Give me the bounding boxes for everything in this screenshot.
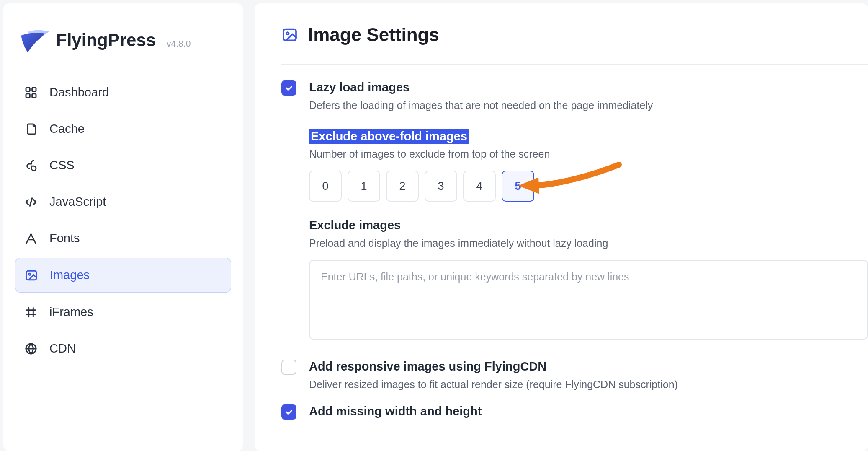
responsive-images-checkbox[interactable] bbox=[281, 360, 296, 375]
exclude-count-group: 0 1 2 3 4 5 bbox=[309, 171, 868, 202]
sidebar-item-images[interactable]: Images bbox=[15, 258, 231, 293]
exclude-count-3[interactable]: 3 bbox=[425, 171, 457, 202]
images-icon bbox=[25, 269, 38, 282]
exclude-images-desc: Preload and display the images immediate… bbox=[309, 236, 868, 251]
image-settings-icon bbox=[281, 26, 298, 43]
sidebar-item-javascript[interactable]: JavaScript bbox=[15, 185, 231, 219]
flyingpress-logo-icon bbox=[19, 25, 49, 55]
cache-icon bbox=[24, 122, 38, 136]
setting-missing-wh: Add missing width and height bbox=[281, 404, 868, 420]
sidebar-item-css[interactable]: CSS bbox=[15, 148, 231, 182]
sidebar-nav: Dashboard Cache CSS bbox=[15, 75, 231, 365]
exclude-above-fold-title: Exclude above-fold images bbox=[309, 129, 469, 145]
responsive-images-title: Add responsive images using FlyingCDN bbox=[309, 359, 868, 375]
svg-rect-0 bbox=[26, 88, 30, 91]
setting-responsive-images: Add responsive images using FlyingCDN De… bbox=[281, 359, 868, 392]
missing-wh-checkbox[interactable] bbox=[281, 404, 296, 420]
dashboard-icon bbox=[24, 86, 38, 99]
exclude-above-fold-desc: Number of images to exclude from top of … bbox=[309, 147, 868, 161]
sidebar-item-label: iFrames bbox=[49, 305, 93, 319]
brand-version: v4.8.0 bbox=[167, 39, 191, 49]
sidebar-item-fonts[interactable]: Fonts bbox=[15, 221, 231, 255]
sidebar-item-iframes[interactable]: iFrames bbox=[15, 295, 231, 329]
sidebar-item-label: JavaScript bbox=[49, 195, 106, 209]
sidebar-item-dashboard[interactable]: Dashboard bbox=[15, 75, 231, 109]
page-title: Image Settings bbox=[308, 24, 439, 45]
sidebar-item-label: CDN bbox=[49, 342, 76, 355]
exclude-count-4[interactable]: 4 bbox=[463, 171, 496, 202]
svg-rect-3 bbox=[32, 93, 36, 97]
sidebar-item-label: CSS bbox=[49, 158, 75, 172]
page-header: Image Settings bbox=[281, 24, 868, 65]
fonts-icon bbox=[24, 232, 38, 245]
exclude-images-block: Exclude images Preload and display the i… bbox=[309, 218, 868, 341]
iframes-icon bbox=[24, 306, 38, 319]
css-icon bbox=[24, 159, 38, 172]
brand-name: FlyingPress bbox=[56, 30, 156, 50]
exclude-count-5[interactable]: 5 bbox=[502, 171, 534, 202]
sidebar-item-cache[interactable]: Cache bbox=[15, 112, 231, 146]
missing-wh-title: Add missing width and height bbox=[309, 404, 868, 420]
cdn-icon bbox=[24, 342, 38, 355]
brand: FlyingPress v4.8.0 bbox=[15, 16, 231, 75]
exclude-count-0[interactable]: 0 bbox=[309, 171, 342, 202]
lazy-load-desc: Defers the loading of images that are no… bbox=[309, 98, 868, 113]
exclude-count-2[interactable]: 2 bbox=[386, 171, 419, 202]
exclude-images-title: Exclude images bbox=[309, 218, 401, 233]
sidebar-item-label: Images bbox=[50, 268, 90, 282]
lazy-load-checkbox[interactable] bbox=[281, 80, 296, 96]
sidebar-item-cdn[interactable]: CDN bbox=[15, 332, 231, 365]
svg-rect-1 bbox=[32, 88, 36, 91]
exclude-images-textarea[interactable] bbox=[309, 260, 868, 340]
exclude-above-fold-block: Exclude above-fold images Number of imag… bbox=[309, 129, 868, 202]
sidebar-item-label: Fonts bbox=[49, 231, 80, 245]
svg-line-4 bbox=[30, 198, 32, 206]
responsive-images-desc: Deliver resized images to fit actual ren… bbox=[309, 377, 868, 392]
javascript-icon bbox=[24, 195, 38, 209]
exclude-count-1[interactable]: 1 bbox=[348, 171, 380, 202]
sidebar: FlyingPress v4.8.0 Dashboard bbox=[3, 3, 243, 451]
lazy-load-title: Lazy load images bbox=[309, 80, 868, 96]
svg-point-7 bbox=[29, 273, 31, 275]
sidebar-item-label: Cache bbox=[49, 122, 85, 136]
svg-rect-2 bbox=[26, 93, 30, 97]
setting-lazy-load: Lazy load images Defers the loading of i… bbox=[281, 80, 868, 341]
sidebar-item-label: Dashboard bbox=[49, 86, 109, 99]
svg-point-15 bbox=[286, 32, 288, 34]
main-panel: Image Settings Lazy load images Defers t… bbox=[255, 3, 868, 451]
